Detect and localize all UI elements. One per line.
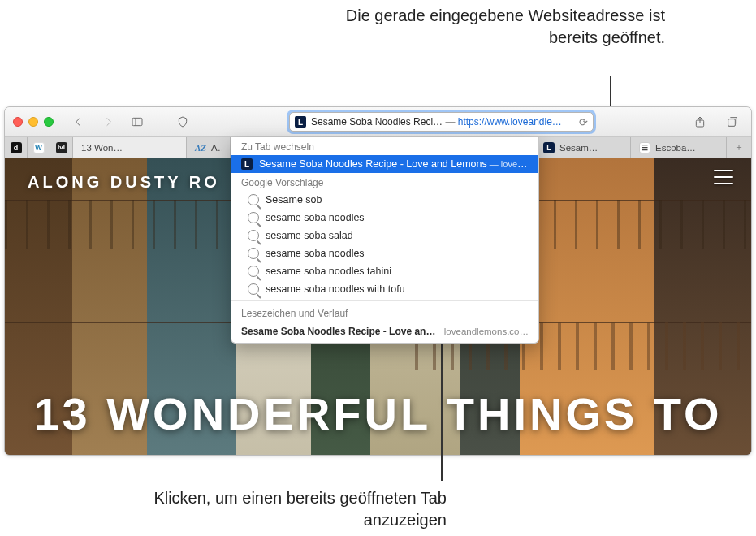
tab-label: A… [211,143,222,153]
svg-rect-0 [132,118,142,125]
search-suggestion-item[interactable]: sesame soba noodles [231,244,538,262]
address-bar-text: Sesame Soba Noodles Reci… — https://www.… [311,116,574,128]
new-tab-button[interactable]: ＋ [727,137,751,158]
annotation-top: Die gerade eingegebene Websiteadresse is… [308,5,665,49]
address-suggestions-dropdown: Zu Tab wechseln L Sesame Soba Noodles Re… [231,137,539,344]
switch-tab-title: Sesame Soba Noodles Recipe - Love and Le… [259,158,487,170]
search-icon [248,266,259,277]
history-item-domain: loveandlemons.co… [444,326,529,336]
tab-label: 13 Won… [81,143,123,153]
toolbar: L Sesame Soba Noodles Reci… — https://ww… [5,107,751,137]
tab-item[interactable]: ☰ Escoba… [631,137,727,158]
close-window-button[interactable] [13,117,23,127]
zoom-window-button[interactable] [44,117,54,127]
tab-item[interactable]: L Sesam… [535,137,631,158]
sidebar-button[interactable] [127,112,148,132]
search-suggestion-item[interactable]: sesame soba noodles tahini [231,262,538,280]
search-icon [248,248,259,259]
forward-button[interactable] [97,112,119,132]
tab-item[interactable]: AZ A… [187,137,231,158]
site-favicon-icon: L [295,116,306,128]
tab-item[interactable]: d [5,137,28,158]
dropdown-section-google: Google Vorschläge [231,173,538,191]
page-hero-title: 13 WONDERFUL THINGS TO [5,387,751,440]
site-favicon-icon: L [241,158,253,170]
dropdown-section-history: Lesezeichen und Verlauf [231,304,538,322]
tab-item[interactable]: W [28,137,50,158]
site-menu-button[interactable] [714,170,733,184]
privacy-report-button[interactable] [172,112,193,132]
history-item-title: Sesame Soba Noodles Recipe - Love an… [241,326,436,337]
address-bar[interactable]: L Sesame Soba Noodles Reci… — https://ww… [289,112,594,132]
search-icon [248,230,259,241]
search-suggestion-item[interactable]: Sesame sob [231,191,538,209]
tab-label: Sesam… [559,143,598,153]
search-suggestion-item[interactable]: sesame soba noodles with tofu [231,280,538,298]
search-icon [248,283,259,295]
show-tabs-button[interactable] [722,112,743,132]
dropdown-section-switch-tab: Zu Tab wechseln [231,137,538,155]
svg-rect-4 [728,119,736,127]
window-controls [13,117,54,127]
reload-icon[interactable]: ⟳ [579,116,588,128]
switch-tab-subtitle: — lovean… [487,158,529,170]
search-suggestion-item[interactable]: sesame soba noodles [231,209,538,227]
minimize-window-button[interactable] [28,117,38,127]
history-item[interactable]: Sesame Soba Noodles Recipe - Love an… lo… [231,322,538,343]
site-logo-text: ALONG DUSTY RO [28,173,220,192]
search-icon [248,194,259,205]
tab-label: Escoba… [655,143,696,153]
browser-window: L Sesame Soba Noodles Reci… — https://ww… [4,106,752,456]
search-icon [248,212,259,223]
search-suggestion-item[interactable]: sesame soba salad [231,227,538,244]
back-button[interactable] [68,112,89,132]
switch-to-tab-item[interactable]: L Sesame Soba Noodles Recipe - Love and … [231,155,538,173]
share-button[interactable] [689,112,711,132]
tab-item-active[interactable]: 13 Won… [73,137,187,158]
annotation-bottom: Klicken, um einen bereits geöffneten Tab… [138,487,447,531]
tab-item[interactable]: lvl [50,137,73,158]
